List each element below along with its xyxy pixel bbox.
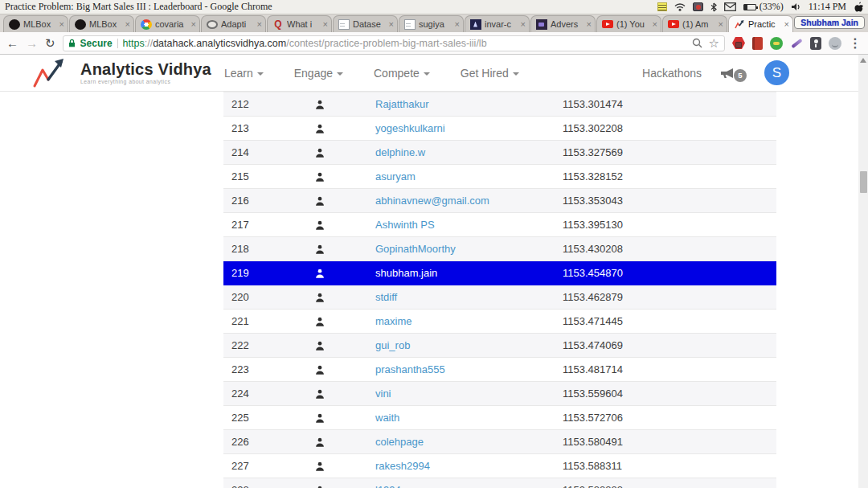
table-row[interactable]: 220 stdiff 1153.462879 [223, 285, 776, 310]
username-link[interactable]: stdiff [375, 291, 397, 303]
gray-extension-icon[interactable] [829, 37, 841, 50]
browser-tab[interactable]: invar-c × [465, 15, 530, 32]
close-icon[interactable]: × [323, 20, 328, 29]
table-row[interactable]: 218 GopinathMoorthy 1153.430208 [223, 237, 776, 261]
address-bar[interactable]: Secure https://datahack.analyticsvidhya.… [63, 35, 725, 51]
scroll-up-arrow-icon[interactable] [860, 58, 866, 63]
forward-button[interactable]: → [26, 37, 38, 49]
close-icon[interactable]: × [125, 20, 130, 29]
username-link[interactable]: Ashwinth PS [375, 219, 435, 231]
username-link[interactable]: vini [375, 388, 391, 400]
close-icon[interactable]: × [389, 20, 394, 29]
username-link[interactable]: rakesh2994 [375, 460, 430, 472]
browser-tab[interactable]: sugiya × [399, 15, 464, 32]
browser-tab[interactable]: What i × [267, 15, 332, 32]
table-row[interactable]: 216 abhinavnew@gmail.com 1153.353043 [223, 189, 776, 213]
username-link[interactable]: abhinavnew@gmail.com [375, 195, 489, 207]
username-link[interactable]: asuryam [375, 170, 416, 182]
table-row[interactable]: 217 Ashwinth PS 1153.395130 [223, 213, 776, 237]
browser-tab[interactable]: covaria × [135, 15, 200, 32]
username-link[interactable]: maxime [375, 315, 412, 327]
browser-tab[interactable]: (1) Am × [662, 15, 727, 32]
browser-tab[interactable]: MLBox × [69, 15, 134, 32]
close-icon[interactable]: × [521, 20, 526, 29]
red-book-extension-icon[interactable] [752, 37, 763, 50]
table-row[interactable]: 223 prashantha555 1153.481714 [223, 358, 776, 382]
nav-get-hired[interactable]: Get Hired [461, 67, 519, 80]
browser-tab[interactable]: Datase × [333, 15, 398, 32]
scrollbar[interactable] [858, 55, 868, 488]
table-row[interactable]: 227 rakesh2994 1153.588311 [223, 454, 776, 478]
avatar[interactable]: S [764, 60, 789, 85]
github-favicon-icon [75, 19, 86, 30]
table-row[interactable]: 224 vini 1153.559604 [223, 382, 776, 406]
close-icon[interactable]: × [59, 20, 64, 29]
table-row[interactable]: 228 l1994 1153.588888 [223, 478, 776, 488]
table-row[interactable]: 226 colehpage 1153.580491 [223, 430, 776, 454]
logo-zigzag-icon [31, 57, 76, 89]
browser-tab[interactable]: Adapti × [201, 15, 266, 32]
bookmark-star-icon[interactable]: ☆ [709, 36, 719, 51]
hackathons-link[interactable]: Hackathons [642, 67, 702, 80]
close-icon[interactable]: × [587, 20, 592, 29]
username-link[interactable]: waith [375, 412, 399, 424]
table-row[interactable]: 219 shubham.jain 1153.454870 [223, 261, 776, 285]
close-icon[interactable]: × [191, 20, 196, 29]
back-button[interactable]: ← [6, 37, 18, 49]
table-row[interactable]: 212 Rajatthakur 1153.301474 [223, 92, 776, 117]
table-row[interactable]: 214 delphine.w 1153.327569 [223, 141, 776, 165]
zoom-icon[interactable] [692, 38, 702, 48]
lighthouse-extension-icon[interactable] [810, 37, 821, 50]
table-row[interactable]: 222 gui_rob 1153.474069 [223, 334, 776, 358]
username-link[interactable]: GopinathMoorthy [375, 243, 456, 255]
nav-learn[interactable]: Learn [224, 67, 264, 80]
bluetooth-icon[interactable] [710, 2, 717, 12]
table-row[interactable]: 213 yogeshkulkarni 1153.302208 [223, 117, 776, 141]
close-icon[interactable]: × [653, 20, 657, 29]
battery-icon[interactable]: (33%) [743, 1, 784, 13]
browser-tab[interactable]: (1) You × [596, 15, 661, 32]
analytics-vidhya-logo[interactable]: Analytics Vidhya Learn everything about … [31, 57, 211, 89]
username-link[interactable]: shubham.jain [375, 267, 437, 279]
table-row[interactable]: 221 maxime 1153.471445 [223, 310, 776, 334]
table-row[interactable]: 215 asuryam 1153.328152 [223, 165, 776, 189]
nav-compete[interactable]: Compete [374, 67, 430, 80]
username-link[interactable]: gui_rob [375, 339, 410, 351]
browser-tab[interactable]: MLBox × [3, 15, 68, 32]
notifications-button[interactable]: 5 [719, 64, 747, 82]
clock[interactable]: 11:14 PM [809, 1, 846, 13]
nav-engage[interactable]: Engage [294, 67, 343, 80]
google-favicon-icon [141, 19, 152, 30]
notes-icon[interactable] [657, 2, 667, 11]
browser-tab[interactable]: Advers × [530, 15, 596, 32]
close-icon[interactable]: × [455, 20, 460, 29]
username-link[interactable]: l1994 [375, 484, 401, 488]
omnibox-divider [117, 39, 118, 48]
username-link[interactable]: delphine.w [375, 146, 425, 158]
screen-recorder-icon[interactable] [693, 2, 703, 11]
mail-icon[interactable] [724, 2, 736, 11]
chrome-menu-icon[interactable]: ⋮ [849, 35, 862, 51]
adblock-extension-icon[interactable] [732, 37, 745, 49]
username-link[interactable]: yogeshkulkarni [375, 122, 445, 134]
url-text[interactable]: https://datahack.analyticsvidhya.com/con… [123, 38, 487, 49]
rank-cell: 224 [223, 388, 296, 400]
volume-icon[interactable] [791, 2, 801, 11]
scrollbar-thumb[interactable] [860, 171, 867, 193]
apple-icon[interactable] [854, 2, 863, 12]
close-icon[interactable]: × [719, 20, 723, 29]
user-icon [296, 389, 344, 399]
browser-tab[interactable]: Practic × [728, 15, 793, 32]
secure-label[interactable]: Secure [80, 38, 113, 49]
username-link[interactable]: colehpage [375, 436, 424, 448]
brush-extension-icon[interactable] [790, 37, 803, 50]
wifi-icon[interactable] [674, 2, 686, 11]
table-row[interactable]: 225 waith 1153.572706 [223, 406, 776, 430]
close-icon[interactable]: × [784, 20, 789, 29]
reload-button[interactable]: ↻ [45, 37, 55, 49]
username-link[interactable]: prashantha555 [375, 363, 445, 375]
chevron-down-icon [424, 72, 430, 76]
green-extension-icon[interactable] [770, 37, 783, 50]
close-icon[interactable]: × [257, 20, 262, 29]
username-link[interactable]: Rajatthakur [375, 98, 428, 110]
